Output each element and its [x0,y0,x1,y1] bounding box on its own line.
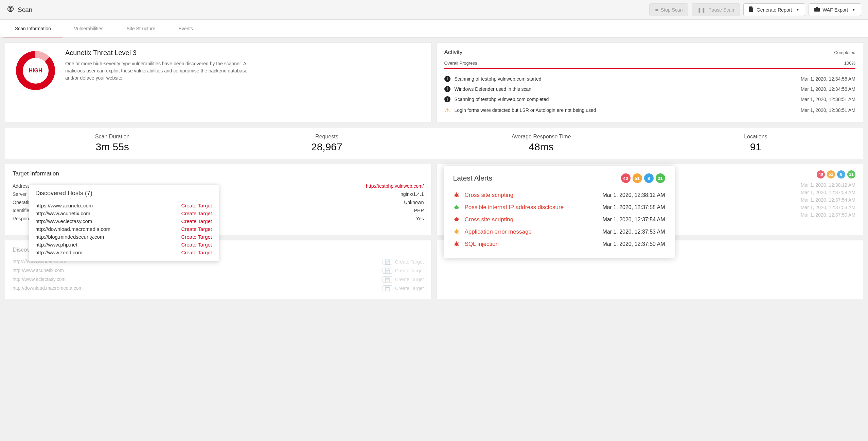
severity-badge-bg: 8 [837,170,845,179]
waf-export-label: WAF Export [822,7,848,13]
activity-timestamp: Mar 1, 2020, 12:38:51 AM [801,97,855,102]
tab-site-structure[interactable]: Site Structure [115,20,167,37]
alert-name: SQL injection [465,241,598,248]
alert-name: Cross site scripting [465,192,598,199]
svg-rect-3 [814,8,820,12]
host-url: http://www.acunetix.com [35,210,90,216]
severity-badge[interactable]: 21 [656,173,665,183]
severity-badge[interactable]: 40 [621,173,631,183]
target-value: nginx/1.4.1 [401,191,424,197]
target-value: Unknown [404,200,424,205]
severity-badge[interactable]: 51 [633,173,642,183]
stat-value: 28,967 [219,141,434,153]
target-info-card: Target Information Addresshttp://testphp… [5,164,432,235]
host-item: https://www.acunetix.comCreate Target [35,202,212,209]
activity-message: Windows Defender used in this scan [455,86,797,92]
activity-timestamp: Mar 1, 2020, 12:38:51 AM [801,107,855,113]
host-url: https://www.acunetix.com [35,203,93,208]
target-value: Yes [416,216,424,221]
briefcase-icon [814,7,820,13]
host-item: http://www.eclectasy.comCreate Target [35,217,212,225]
severity-badge-bg: 40 [817,170,825,179]
tab-scan-information[interactable]: Scan Information [3,20,63,37]
page-icon: 📄 [383,285,392,291]
activity-item: ⚠Login forms were detected but LSR or Au… [444,104,856,116]
create-target-link[interactable]: Create Target [181,250,212,255]
threat-level-label: HIGH [29,68,42,74]
create-target-link[interactable]: Create Target [181,218,212,224]
tab-events[interactable]: Events [167,20,205,37]
activity-timestamp: Mar 1, 2020, 12:34:56 AM [801,76,855,82]
host-item: http://www.zend.comCreate Target [35,249,212,256]
stat-label: Average Response Time [434,134,649,140]
pause-scan-button: ❚❚ Pause Scan [692,3,740,16]
host-url: http://download.macromedia.com [13,285,83,291]
progress-label: Overall Progress [444,61,477,66]
hosts-title: Discovered Hosts (7) [35,190,215,197]
tab-vulnerabilities[interactable]: Vulnerabilities [63,20,115,37]
target-key: Address [13,183,30,189]
page-icon: 📄 [383,268,392,274]
bug-icon [453,228,460,235]
create-target-link[interactable]: Create Target [181,242,212,248]
create-target-link[interactable]: Create Target [181,210,212,216]
warning-icon: ⚠ [444,106,450,114]
waf-export-button[interactable]: WAF Export ▼ [809,3,861,16]
stat-label: Scan Duration [5,134,219,140]
host-url: http://www.zend.com [35,250,82,255]
target-key: Server [13,191,26,197]
alerts-badges: 4051821 [621,173,665,183]
alerts-bg-badges: 4051821 [817,170,855,179]
pause-scan-label: Pause Scan [708,7,734,13]
latest-alerts-popover: Latest Alerts 4051821 Cross site scripti… [444,166,675,258]
host-url: http://www.eclectasy.com [13,276,66,283]
alert-timestamp: Mar 1, 2020, 12:37:54 AM [602,217,665,223]
host-item: http://www.acunetix.comCreate Target [35,209,212,217]
row-target-alerts: Target Information Addresshttp://testphp… [5,164,863,235]
bug-icon [453,192,460,199]
create-target-faint: 📄Create Target [383,259,424,265]
stat-locations: Locations91 [649,134,863,153]
alert-item[interactable]: Cross site scriptingMar 1, 2020, 12:37:5… [453,214,665,226]
create-target-faint: 📄Create Target [383,268,424,274]
discovered-hosts-popover: Discovered Hosts (7) https://www.acuneti… [29,185,219,261]
alert-timestamp: Mar 1, 2020, 12:37:50 AM [602,241,665,247]
target-title: Target Information [13,170,424,177]
create-target-link[interactable]: Create Target [181,203,212,208]
stat-requests: Requests28,967 [219,134,434,153]
scan-target-icon [7,5,14,14]
threat-desc: One or more high-severity type vulnerabi… [65,60,255,82]
activity-message: Scanning of testphp.vulnweb.com started [455,76,797,82]
alert-item[interactable]: Cross site scriptingMar 1, 2020, 12:38:1… [453,189,665,201]
generate-report-button[interactable]: Generate Report ▼ [743,3,805,16]
stat-average-response-time: Average Response Time48ms [434,134,649,153]
generate-report-label: Generate Report [757,7,792,13]
toolbar-title: Scan [7,5,645,14]
row-threat-activity: HIGH Acunetix Threat Level 3 One or more… [5,43,863,122]
host-item: http://blog.mindedsecurity.comCreate Tar… [35,233,212,241]
document-icon [749,6,754,13]
create-target-faint: 📄Create Target [383,276,424,283]
toolbar-actions: ■ Stop Scan ❚❚ Pause Scan Generate Repor… [649,3,861,16]
severity-badge-bg: 21 [847,170,855,179]
discovered-bg-list: https://www.acunetix.com📄Create Targetht… [13,257,424,293]
alert-item[interactable]: Application error messageMar 1, 2020, 12… [453,226,665,238]
alert-item[interactable]: SQL injectionMar 1, 2020, 12:37:50 AM [453,238,665,250]
alert-item[interactable]: Possible internal IP address disclosureM… [453,201,665,214]
severity-badge-bg: 51 [827,170,835,179]
stop-scan-label: Stop Scan [661,7,683,13]
host-url: http://download.macromedia.com [35,226,110,232]
stat-value: 48ms [434,141,649,153]
create-target-link[interactable]: Create Target [181,234,212,240]
hosts-list[interactable]: https://www.acunetix.comCreate Targethtt… [35,202,215,256]
svg-rect-4 [816,7,818,8]
info-icon: i [444,76,450,82]
row-stats: Scan Duration3m 55sRequests28,967Average… [5,127,863,159]
target-value[interactable]: http://testphp.vulnweb.com/ [366,183,424,189]
stat-value: 91 [649,141,863,153]
severity-badge[interactable]: 8 [644,173,654,183]
alert-timestamp: Mar 1, 2020, 12:38:12 AM [602,192,665,198]
stat-label: Requests [219,134,434,140]
stat-value: 3m 55s [5,141,219,153]
create-target-link[interactable]: Create Target [181,226,212,232]
